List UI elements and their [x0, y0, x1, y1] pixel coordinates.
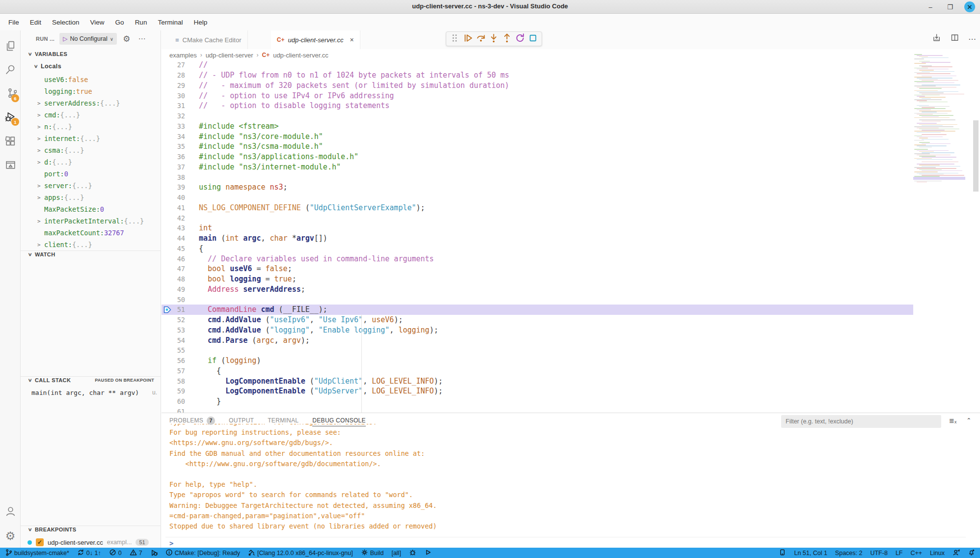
maximize-panel-icon[interactable]: ⌃	[966, 417, 971, 425]
line-number[interactable]: 33	[162, 122, 199, 130]
variable-row[interactable]: >client: {...}	[21, 239, 161, 251]
status-warning[interactable]: 7	[130, 549, 142, 558]
code-line[interactable]: 54 cmd.Parse (argc, argv);	[162, 335, 913, 345]
variable-row[interactable]: maxPacketCount: 32767	[21, 227, 161, 239]
code-line[interactable]: 60 }	[162, 396, 913, 407]
variables-section-header[interactable]: ∨ VARIABLES	[28, 51, 67, 57]
menu-help[interactable]: Help	[188, 16, 213, 29]
breakpoint-paused-icon[interactable]	[163, 306, 172, 315]
line-number[interactable]: 42	[162, 214, 199, 222]
line-number[interactable]: 55	[162, 346, 199, 354]
breadcrumb-item[interactable]: udp-client-server.cc	[273, 52, 328, 59]
breakpoint-checkbox[interactable]: ✓	[36, 538, 44, 546]
code-line[interactable]: 59 LogComponentEnable ("UdpServer", LOG_…	[162, 386, 913, 396]
line-number[interactable]: 31	[162, 102, 199, 110]
activity-cmake-icon[interactable]	[0, 153, 21, 176]
code-line[interactable]: 42	[162, 213, 913, 223]
menu-edit[interactable]: Edit	[25, 16, 47, 29]
code-line[interactable]: 30// - option to use IPv4 or IPv6 addres…	[162, 90, 913, 101]
debug-continue-icon[interactable]	[462, 32, 473, 46]
code-line[interactable]: 57 {	[162, 366, 913, 376]
line-number[interactable]: 36	[162, 153, 199, 161]
line-number[interactable]: 39	[162, 183, 199, 191]
line-number[interactable]: 37	[162, 163, 199, 171]
activity-source-control-icon[interactable]: 6	[0, 82, 21, 104]
debug-restart-icon[interactable]	[515, 32, 526, 46]
status-bell[interactable]	[968, 549, 975, 558]
line-number[interactable]: 60	[162, 397, 199, 405]
line-number[interactable]: 59	[162, 387, 199, 395]
code-line[interactable]: 53 cmd.AddValue ("logging", "Enable logg…	[162, 325, 913, 335]
line-number[interactable]: 52	[162, 316, 199, 324]
status--all-[interactable]: [all]	[391, 550, 401, 557]
code-line[interactable]: 58 LogComponentEnable ("UdpClient", LOG_…	[162, 376, 913, 386]
status-gear[interactable]: Build	[361, 549, 384, 558]
code-line[interactable]: 34#include "ns3/core-module.h"	[162, 131, 913, 141]
code-line[interactable]: 40	[162, 193, 913, 203]
status-feedback[interactable]	[953, 549, 960, 558]
menu-file[interactable]: File	[3, 16, 25, 29]
code-line[interactable]: 35#include "ns3/csma-module.h"	[162, 141, 913, 152]
variable-row[interactable]: MaxPacketSize: 0	[21, 203, 161, 215]
code-line[interactable]: 61	[162, 407, 913, 413]
line-number[interactable]: 54	[162, 336, 199, 344]
status-utf-8[interactable]: UTF-8	[870, 550, 887, 557]
stack-frame-row[interactable]: main(int argc, char ** argv) u.	[31, 389, 157, 396]
code-line[interactable]: 47 bool useV6 = false;	[162, 264, 913, 274]
variable-row[interactable]: >interPacketInterval: {...}	[21, 215, 161, 227]
line-number[interactable]: 50	[162, 296, 199, 304]
status-bug[interactable]	[409, 549, 416, 558]
status-error[interactable]: 0	[109, 549, 122, 558]
menu-selection[interactable]: Selection	[47, 16, 85, 29]
minimize-icon[interactable]: –	[925, 1, 936, 12]
variable-row[interactable]: >server: {...}	[21, 180, 161, 192]
variable-row[interactable]: >serverAddress: {...}	[21, 97, 161, 109]
line-number[interactable]: 48	[162, 275, 199, 283]
code-line[interactable]: 28// - UDP flow from n0 to n1 of 1024 by…	[162, 70, 913, 81]
activity-extensions-icon[interactable]	[0, 130, 21, 152]
status-info[interactable]: CMake: [Debug]: Ready	[165, 549, 240, 558]
breakpoints-section-header[interactable]: ∨ BREAKPOINTS	[28, 527, 76, 532]
line-number[interactable]: 34	[162, 133, 199, 140]
line-number[interactable]: 30	[162, 92, 199, 100]
debug-step-into-icon[interactable]	[488, 32, 499, 46]
line-number[interactable]: 32	[162, 112, 199, 120]
line-number[interactable]: 46	[162, 255, 199, 263]
menu-terminal[interactable]: Terminal	[152, 16, 188, 29]
more-actions-icon[interactable]: ⋯	[138, 34, 146, 43]
run-or-debug-icon[interactable]	[932, 33, 942, 45]
line-number[interactable]: 61	[162, 408, 199, 413]
menu-go[interactable]: Go	[110, 16, 130, 29]
status-spaces-2[interactable]: Spaces: 2	[835, 550, 863, 557]
code-line[interactable]: 31// - option to disable logging stateme…	[162, 101, 913, 111]
line-number[interactable]: 40	[162, 194, 199, 201]
code-line[interactable]: 43int	[162, 223, 913, 233]
code-line[interactable]: 48 bool logging = true;	[162, 274, 913, 284]
settings-gear-icon[interactable]: ⚙	[0, 525, 21, 547]
variable-row[interactable]: useV6: false	[21, 74, 161, 85]
status-lf[interactable]: LF	[896, 550, 903, 557]
code-line[interactable]: 32	[162, 111, 913, 121]
code-line[interactable]: 52 cmd.AddValue ("useIpv6", "Use Ipv6", …	[162, 315, 913, 325]
code-line[interactable]: 33#include <fstream>	[162, 121, 913, 132]
code-line[interactable]: 29// - maximum of 320 packets sent (or l…	[162, 81, 913, 91]
code-line[interactable]: 41NS_LOG_COMPONENT_DEFINE ("UdpClientSer…	[162, 203, 913, 213]
line-number[interactable]: 41	[162, 204, 199, 212]
variable-row[interactable]: >csma: {...}	[21, 144, 161, 156]
code-line[interactable]: 36#include "ns3/applications-module.h"	[162, 152, 913, 162]
activity-explorer-icon[interactable]	[0, 34, 21, 57]
line-number[interactable]: 45	[162, 245, 199, 252]
debug-step-out-icon[interactable]	[501, 32, 513, 46]
status-linux[interactable]: Linux	[930, 550, 945, 557]
menu-run[interactable]: Run	[130, 16, 153, 29]
line-number[interactable]: 27	[162, 61, 199, 69]
line-number[interactable]: 56	[162, 357, 199, 364]
locals-scope[interactable]: ∨ Locals	[34, 63, 61, 70]
close-tab-icon[interactable]: ×	[350, 36, 354, 44]
start-debug-icon[interactable]: ▷	[63, 35, 67, 42]
code-line[interactable]: 46 // Declare variables used in command-…	[162, 253, 913, 264]
editor-scrollbar[interactable]	[973, 120, 979, 192]
line-number[interactable]: 38	[162, 173, 199, 181]
account-icon[interactable]	[0, 500, 21, 522]
status-sync[interactable]: 0↓ 1↑	[77, 549, 101, 558]
